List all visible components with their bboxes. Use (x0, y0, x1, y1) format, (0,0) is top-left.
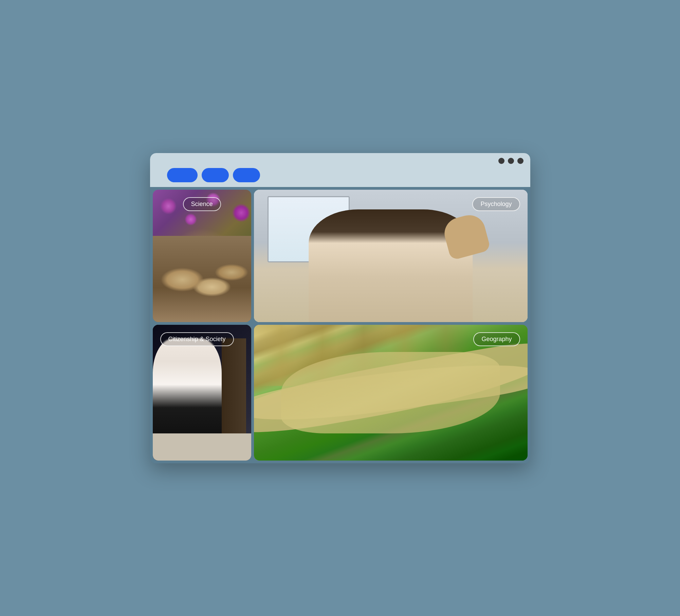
browser-chrome (150, 153, 530, 187)
geography-label: Geography (473, 332, 520, 346)
psychology-label: Psychology (472, 197, 520, 211)
citizenship-label: Citizenship & Society (160, 332, 234, 346)
nav-pills (157, 168, 523, 187)
traffic-light-1[interactable] (498, 158, 504, 164)
card-citizenship[interactable]: Citizenship & Society (153, 325, 251, 461)
card-geography[interactable]: Geography (254, 325, 528, 461)
card-psychology[interactable]: Psychology (254, 190, 528, 322)
citizenship-desk (153, 433, 251, 461)
traffic-light-3[interactable] (517, 158, 523, 164)
nav-pill-2[interactable] (202, 168, 229, 182)
card-science[interactable]: Science (153, 190, 251, 322)
traffic-light-2[interactable] (508, 158, 514, 164)
browser-content: Science Psychology (150, 187, 530, 463)
science-label: Science (183, 197, 221, 211)
traffic-lights (157, 158, 523, 168)
citizenship-shelves (222, 338, 246, 433)
nav-pill-3[interactable] (233, 168, 260, 182)
cards-grid: Science Psychology (150, 187, 530, 463)
nav-pill-1[interactable] (167, 168, 198, 182)
browser-window: Science Psychology (150, 153, 530, 463)
science-leaves (153, 236, 251, 309)
